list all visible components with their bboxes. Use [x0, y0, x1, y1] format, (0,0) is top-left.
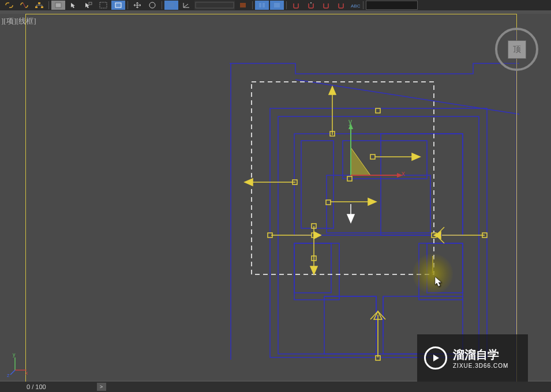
main-toolbar: ABC [0, 0, 551, 10]
viewcube-ring[interactable]: 顶 [495, 28, 538, 71]
watermark-url: ZIXUE.3D66.COM [453, 363, 508, 369]
svg-rect-17 [240, 3, 246, 7]
svg-rect-15 [168, 3, 174, 7]
svg-rect-27 [301, 141, 333, 228]
toolbar-separator [48, 1, 49, 9]
svg-rect-11 [115, 3, 121, 7]
toolbar-separator [128, 1, 128, 9]
svg-line-70 [10, 370, 15, 375]
play-icon [424, 346, 447, 370]
svg-rect-43 [326, 200, 331, 205]
toolbar-separator [162, 1, 162, 9]
svg-text:ABC: ABC [351, 3, 360, 9]
svg-rect-40 [347, 176, 352, 181]
unlink-icon[interactable] [17, 1, 31, 10]
watermark-title: 溜溜自学 [453, 347, 508, 363]
svg-line-0 [23, 3, 25, 7]
svg-rect-19 [263, 3, 265, 7]
svg-rect-1 [38, 2, 40, 4]
angle-snap-icon[interactable] [179, 1, 193, 10]
percent-snap-icon[interactable] [319, 1, 333, 10]
toolbar-separator [252, 1, 253, 9]
svg-rect-3 [41, 6, 43, 8]
watermark: 溜溜自学 ZIXUE.3D66.COM [417, 334, 528, 382]
svg-rect-35 [324, 296, 376, 354]
align-icon[interactable] [270, 1, 284, 10]
toolbar-separator [286, 1, 287, 9]
axis-z-label: z [7, 372, 10, 377]
spinner-snap-icon[interactable] [334, 1, 348, 10]
timeline-frame-display: 0 / 100 [27, 383, 46, 390]
select-by-name-icon[interactable] [81, 1, 95, 10]
svg-rect-30 [327, 175, 430, 233]
timeline-bar: 0 / 100 > [0, 382, 551, 392]
select-region-icon[interactable] [96, 1, 110, 10]
svg-rect-9 [89, 2, 92, 5]
cursor-icon[interactable] [66, 1, 80, 10]
svg-rect-39 [376, 108, 380, 113]
gizmo-y-label: y [348, 118, 352, 126]
move-icon[interactable] [130, 1, 144, 10]
svg-rect-10 [100, 2, 107, 8]
timeline-next-button[interactable]: > [97, 383, 106, 391]
svg-rect-29 [381, 134, 463, 235]
svg-line-23 [295, 80, 519, 114]
svg-rect-26 [294, 134, 463, 235]
link-icon[interactable] [2, 1, 16, 10]
svg-rect-31 [294, 243, 339, 300]
viewcube[interactable]: 顶 [495, 28, 538, 71]
mirror-icon[interactable] [255, 1, 269, 10]
hierarchy-icon[interactable] [32, 1, 46, 10]
svg-rect-8 [55, 3, 61, 7]
viewport-drawing [0, 14, 551, 383]
toolbar-separator [363, 1, 363, 9]
svg-point-14 [149, 2, 155, 8]
color-icon[interactable] [236, 1, 250, 10]
svg-point-21 [310, 2, 312, 3]
rotate-icon[interactable] [145, 1, 159, 10]
render-preset-icon[interactable] [194, 1, 235, 10]
svg-rect-41 [370, 154, 375, 159]
snap-toggle-icon[interactable] [289, 1, 303, 10]
snap-text-icon[interactable]: ABC [349, 1, 361, 10]
svg-rect-2 [35, 6, 38, 8]
transform-gizmo [348, 123, 403, 178]
select-object-icon[interactable] [51, 1, 65, 10]
svg-rect-33 [419, 243, 463, 300]
svg-rect-20 [274, 3, 280, 7]
axis-x-label: x [25, 370, 28, 376]
reference-coord-icon[interactable] [164, 1, 178, 10]
svg-rect-18 [259, 3, 261, 7]
axis-y-label: y [13, 353, 16, 357]
window-crossing-icon[interactable] [111, 1, 125, 10]
angle-snap-toggle-icon[interactable] [304, 1, 318, 10]
viewcube-top-face[interactable]: 顶 [508, 40, 526, 59]
gizmo-x-label: x [402, 169, 405, 178]
named-selection-input[interactable] [366, 1, 418, 10]
svg-rect-16 [196, 2, 234, 8]
world-axis-indicator: y x z [7, 353, 24, 376]
